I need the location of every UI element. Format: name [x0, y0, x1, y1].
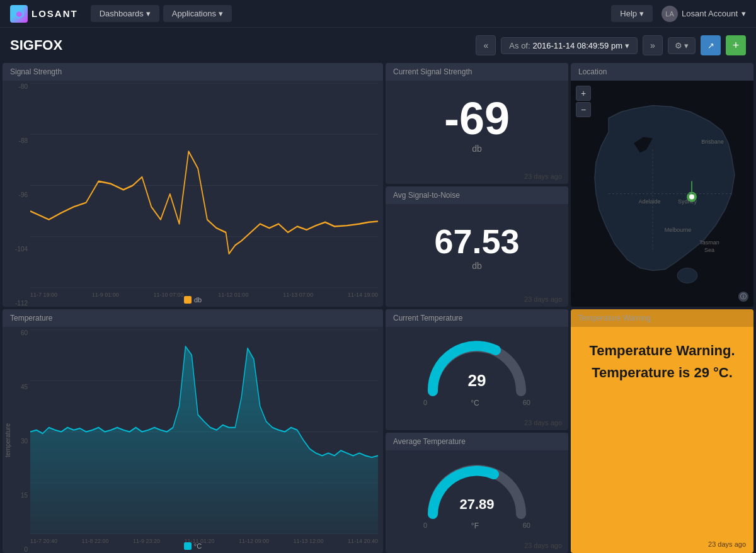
- prev-time-button[interactable]: «: [476, 35, 496, 55]
- temp-warning-timestamp: 23 days ago: [708, 540, 746, 548]
- temp-warning-message: Temperature Warning.Temperature is 29 °C…: [589, 339, 735, 384]
- zoom-out-button[interactable]: −: [576, 102, 591, 117]
- snr-value: 67.53: [434, 224, 519, 258]
- current-temp-gauge: 29 0 °C 60: [386, 327, 568, 415]
- page-header: SIGFOX « As of: 2016-11-14 08:49:59 pm ▾…: [0, 28, 756, 63]
- svg-point-16: [689, 195, 694, 200]
- temp-right-column: Current Temperature 29 0 °C 60 23: [386, 309, 568, 553]
- plus-icon: +: [733, 39, 740, 52]
- share-icon: ↗: [707, 41, 714, 50]
- svg-text:Melbourne: Melbourne: [665, 227, 692, 233]
- signal-value: -69: [444, 96, 510, 141]
- map-zoom-controls: + −: [576, 86, 591, 117]
- current-temp-gauge-svg: 29: [423, 334, 530, 397]
- location-header: Location: [571, 63, 753, 81]
- signal-strength-panel-inner: Signal Strength -80 -88 -96 -104 -112: [3, 63, 383, 307]
- gear-icon: ⚙: [675, 41, 682, 50]
- svg-marker-23: [30, 346, 378, 534]
- zoom-in-button[interactable]: +: [576, 86, 591, 101]
- current-temp-timestamp: 23 days ago: [386, 415, 568, 430]
- legend-cyan-dot: [184, 542, 192, 550]
- snr-unit: db: [472, 261, 482, 271]
- svg-marker-1: [16, 11, 21, 17]
- avg-temp-gauge: 27.89 0 °F 60: [386, 450, 568, 539]
- temperature-panel-inner: Temperature temperature 60 45 30 15 0: [3, 309, 383, 553]
- temp-y-labels: 60 45 30 15 0: [3, 327, 30, 553]
- datetime-display: As of: 2016-11-14 08:49:59 pm ▾: [501, 37, 638, 54]
- page-controls: « As of: 2016-11-14 08:49:59 pm ▾ » ⚙ ▾ …: [476, 35, 746, 55]
- map-area: + − Sydney Adelaide Melbourne: [571, 81, 753, 307]
- avg-temp-timestamp: 23 days ago: [386, 538, 568, 553]
- signal-legend: db: [3, 296, 383, 307]
- help-menu[interactable]: Help ▾: [611, 5, 653, 22]
- temp-warning-content: Temperature Warning.Temperature is 29 °C…: [571, 327, 753, 396]
- avatar: LA: [662, 6, 678, 22]
- svg-text:Adelaide: Adelaide: [638, 198, 660, 205]
- share-button[interactable]: ↗: [701, 35, 721, 55]
- signal-chart-area: [30, 83, 378, 288]
- navbar: LOSANT Dashboards ▾ Applications ▾ Help …: [0, 0, 756, 28]
- temp-warning-header: Temperature Warning: [571, 309, 753, 327]
- account-menu[interactable]: LA Losant Account ▾: [662, 6, 746, 22]
- temperature-content: temperature 60 45 30 15 0: [3, 327, 383, 553]
- signal-y-labels: -80 -88 -96 -104 -112: [3, 81, 30, 307]
- temp-chart-svg: [30, 329, 378, 534]
- avg-snr-value-display: 67.53 db: [386, 204, 568, 292]
- dashboard-grid: Signal Strength -80 -88 -96 -104 -112: [0, 63, 756, 553]
- signal-strength-content: -80 -88 -96 -104 -112: [3, 81, 383, 307]
- next-time-button[interactable]: »: [643, 35, 663, 55]
- settings-button[interactable]: ⚙ ▾: [668, 37, 696, 54]
- location-panel-inner: Location + −: [571, 63, 753, 307]
- logo-icon: [10, 5, 28, 23]
- temp-chart-area: [30, 329, 378, 534]
- signal-strength-panel: Signal Strength -80 -88 -96 -104 -112: [3, 63, 383, 307]
- legend-orange-dot: [184, 296, 192, 304]
- svg-text:29: 29: [468, 371, 486, 390]
- current-temp-panel: Current Temperature 29 0 °C 60 23: [386, 309, 568, 430]
- svg-text:Brisbane: Brisbane: [701, 139, 724, 145]
- avg-temp-scale: 0 °F 60: [423, 522, 530, 530]
- temp-legend: °C: [3, 542, 383, 553]
- current-signal-header: Current Signal Strength: [386, 63, 568, 81]
- avg-temp-panel: Average Temperature 27.89 0 °F 60 23 day…: [386, 433, 568, 554]
- avg-temp-gauge-svg: 27.89: [423, 457, 530, 520]
- temperature-header: Temperature: [3, 309, 383, 327]
- svg-text:Tasman: Tasman: [699, 239, 719, 246]
- svg-point-8: [677, 268, 697, 283]
- current-temp-scale: 0 °C 60: [423, 399, 530, 408]
- temperature-panel: Temperature temperature 60 45 30 15 0: [3, 309, 383, 553]
- page-title: SIGFOX: [10, 37, 62, 54]
- dashboards-menu[interactable]: Dashboards ▾: [91, 5, 159, 22]
- signal-right-column: Current Signal Strength -69 db 23 days a…: [386, 63, 568, 307]
- signal-timestamp: 23 days ago: [386, 169, 568, 184]
- avg-snr-panel: Avg Signal-to-Noise 67.53 db 23 days ago: [386, 186, 568, 307]
- snr-timestamp: 23 days ago: [386, 292, 568, 307]
- australia-map: Sydney Adelaide Melbourne Brisbane Tasma…: [571, 81, 753, 307]
- location-panel: Location + −: [571, 63, 753, 307]
- current-temp-header: Current Temperature: [386, 309, 568, 327]
- avg-snr-header: Avg Signal-to-Noise: [386, 186, 568, 204]
- map-info-button[interactable]: ⓘ: [738, 292, 748, 302]
- signal-chart-svg: [30, 83, 378, 288]
- temp-warning-panel: Temperature Warning Temperature Warning.…: [571, 309, 753, 553]
- add-widget-button[interactable]: +: [726, 35, 746, 55]
- logo-text: LOSANT: [32, 8, 78, 19]
- current-signal-value-display: -69 db: [386, 81, 568, 169]
- logo: LOSANT: [10, 5, 78, 23]
- signal-strength-header: Signal Strength: [3, 63, 383, 81]
- applications-menu[interactable]: Applications ▾: [163, 5, 232, 22]
- svg-text:27.89: 27.89: [459, 496, 494, 512]
- svg-text:Sea: Sea: [704, 247, 714, 253]
- nav-right: Help ▾ LA Losant Account ▾: [611, 5, 746, 22]
- avg-temp-header: Average Temperature: [386, 433, 568, 450]
- current-signal-panel: Current Signal Strength -69 db 23 days a…: [386, 63, 568, 184]
- signal-unit: db: [472, 144, 482, 154]
